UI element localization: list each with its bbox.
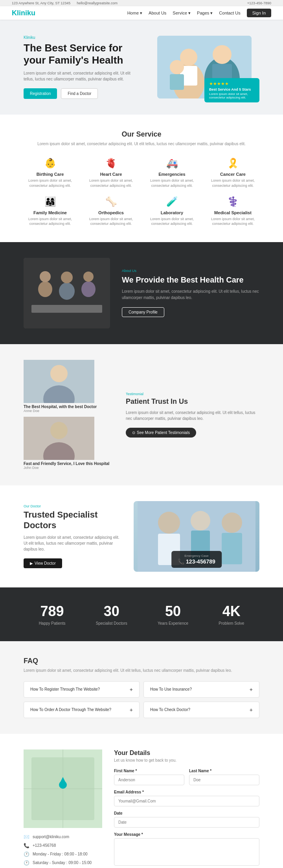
contact-hours-weekend-text: Saturday - Sunday : 09:00 - 15:00 <box>33 861 92 865</box>
service-cancer: 🎗️ Cancer Care Lorem ipsum dolor sit ame… <box>206 158 259 188</box>
form-title: Your Details <box>114 749 259 757</box>
hero-brand-small: Kliniku <box>24 35 134 40</box>
register-button[interactable]: Registration <box>24 88 57 99</box>
stat-doctors-number: 30 <box>96 603 127 620</box>
faq-section: FAQ Lorem ipsum dolor sit amet, consecte… <box>0 641 283 734</box>
doctors-image-area: Emergency Case 📞 123-456789 <box>134 501 259 572</box>
clock-icon-weekend: 🕐 <box>24 860 29 866</box>
service-emergency: 🚑 Emergencies Lorem ipsum dolor sit amet… <box>145 158 198 188</box>
doctors-content: Our Doctor Trusted Specialist Doctors Lo… <box>24 504 122 568</box>
specialist-name: Medical Specialist <box>206 210 259 215</box>
emergency-text: Lorem ipsum dolor sit amet, consectetur … <box>145 178 198 188</box>
service-ortho: 🦴 Orthopedics Lorem ipsum dolor sit amet… <box>85 196 138 226</box>
testimonials-section: The Best Hospital, with the best Doctor … <box>0 344 283 485</box>
faq-description: Lorem ipsum dolor sit amet, consectetur … <box>24 667 259 673</box>
nav-service[interactable]: Service ▾ <box>173 11 191 16</box>
last-name-group: Last Name * <box>189 769 259 785</box>
date-group: Date <box>114 811 259 828</box>
hero-description: Lorem ipsum dolor sit amet, consectetur … <box>24 70 134 82</box>
view-doctor-button[interactable]: ▶View Doctor <box>24 558 62 568</box>
doctors-title: Trusted Specialist Doctors <box>24 510 122 531</box>
date-label: Date <box>114 811 259 815</box>
testimonial-name-2: John Doe <box>24 466 118 470</box>
services-grid: 👶 Birthing Care Lorem ipsum dolor sit am… <box>24 158 259 226</box>
stat-experience-label: Years Experience <box>158 621 188 625</box>
contact-map <box>24 749 102 828</box>
email: hello@reallygreatsite.com <box>77 1 118 5</box>
testimonial-item-1: The Best Hospital, with the best Doctor … <box>24 360 118 413</box>
testimonial-img-1 <box>24 360 94 403</box>
contact-hours-weekday: 🕐 Monday - Friday : 08:00 - 18:00 <box>24 852 102 857</box>
birthing-name: Birthing Care <box>24 172 77 177</box>
contact-hours-weekday-text: Monday - Friday : 08:00 - 18:00 <box>33 852 88 856</box>
first-name-label: First Name * <box>114 769 184 773</box>
faq-question-2: How To Use Insurance? <box>150 687 192 691</box>
svg-point-23 <box>50 422 68 439</box>
email-input[interactable] <box>114 796 259 806</box>
doctors-section: Our Doctor Trusted Specialist Doctors Lo… <box>0 485 283 587</box>
contact-hours-weekend: 🕐 Saturday - Sunday : 09:00 - 15:00 <box>24 860 102 866</box>
badge-stars: ★★★★★ <box>209 81 255 86</box>
message-label: Your Message * <box>114 832 259 837</box>
nav-home[interactable]: Home ▾ <box>127 11 142 16</box>
email-icon: ✉️ <box>24 834 29 840</box>
testimonial-content: Testimonial Patient Trust In Us Lorem ip… <box>126 392 259 438</box>
specialist-text: Lorem ipsum dolor sit amet, consectetur … <box>206 217 259 226</box>
service-birthing: 👶 Birthing Care Lorem ipsum dolor sit am… <box>24 158 77 188</box>
navbar: Kliniku Home ▾ About Us Service ▾ Pages … <box>0 6 283 20</box>
emergency-icon: 🚑 <box>145 158 198 169</box>
stat-doctors: 30 Specialist Doctors <box>96 603 127 625</box>
find-doctor-button[interactable]: Find a Doctor <box>61 88 98 99</box>
about-image <box>24 258 110 328</box>
testimonial-images: The Best Hospital, with the best Doctor … <box>24 360 118 470</box>
svg-rect-8 <box>170 74 184 90</box>
faq-question-1: How To Register Through The Website? <box>30 687 100 691</box>
stat-problems-label: Problem Solve <box>219 621 244 625</box>
hero-buttons: Registration Find a Doctor <box>24 88 134 99</box>
faq-item-3[interactable]: How To Order A Doctor Through The Websit… <box>24 702 140 718</box>
ortho-text: Lorem ipsum dolor sit amet, consectetur … <box>85 217 138 226</box>
email-label: Email Address * <box>114 790 259 794</box>
service-lab: 🧪 Laboratory Lorem ipsum dolor sit amet,… <box>145 196 198 226</box>
ortho-icon: 🦴 <box>85 196 138 207</box>
emergency-phone: 📞 123-456789 <box>178 558 215 565</box>
faq-item-4[interactable]: How To Check Doctor? + <box>143 702 259 718</box>
testimonial-title: Patient Trust In Us <box>126 398 259 406</box>
date-input[interactable] <box>114 817 259 828</box>
nav-pages[interactable]: Pages ▾ <box>197 11 213 16</box>
faq-question-4: How To Check Doctor? <box>150 708 190 712</box>
hero-image-area: ★★★★★ Best Service And 5 Stars Lorem ips… <box>157 36 259 98</box>
signin-button[interactable]: Sign In <box>247 9 271 17</box>
emergency-name: Emergencies <box>145 172 198 177</box>
hero-text: Kliniku The Best Service for your Family… <box>24 35 134 99</box>
company-profile-button[interactable]: Company Profile <box>122 307 164 317</box>
family-name: Family Medicine <box>24 210 77 215</box>
birthing-icon: 👶 <box>24 158 77 169</box>
see-more-testimonials-button[interactable]: ⊙See More Patient Testimonials <box>126 428 196 438</box>
nav-about[interactable]: About Us <box>149 11 166 15</box>
faq-question-3: How To Order A Doctor Through The Websit… <box>30 708 111 712</box>
svg-point-5 <box>213 45 232 64</box>
last-name-input[interactable] <box>189 775 259 785</box>
svg-point-20 <box>50 365 68 382</box>
services-section: Our Service Lorem ipsum dolor sit amet, … <box>0 115 283 242</box>
brand-logo[interactable]: Kliniku <box>12 9 35 17</box>
message-group: Your Message * <box>114 832 259 867</box>
svg-point-7 <box>170 60 184 74</box>
specialist-icon: ⚕️ <box>206 196 259 207</box>
first-name-input[interactable] <box>114 775 184 785</box>
message-input[interactable] <box>114 838 259 866</box>
about-title: We Provide the Best Health Care <box>122 275 259 284</box>
stats-section: 789 Happy Patients 30 Specialist Doctors… <box>0 587 283 641</box>
lab-icon: 🧪 <box>145 196 198 207</box>
cancer-name: Cancer Care <box>206 172 259 177</box>
faq-item-2[interactable]: How To Use Insurance? + <box>143 681 259 698</box>
last-name-label: Last Name * <box>189 769 259 773</box>
nav-links: Home ▾ About Us Service ▾ Pages ▾ Contac… <box>127 9 271 17</box>
brand-prefix: Klinik <box>12 9 31 17</box>
about-small-label: About Us <box>122 269 259 273</box>
stat-experience-number: 50 <box>158 603 188 620</box>
faq-item-1[interactable]: How To Register Through The Website? + <box>24 681 140 698</box>
nav-contact[interactable]: Contact Us <box>219 11 240 15</box>
cancer-icon: 🎗️ <box>206 158 259 169</box>
